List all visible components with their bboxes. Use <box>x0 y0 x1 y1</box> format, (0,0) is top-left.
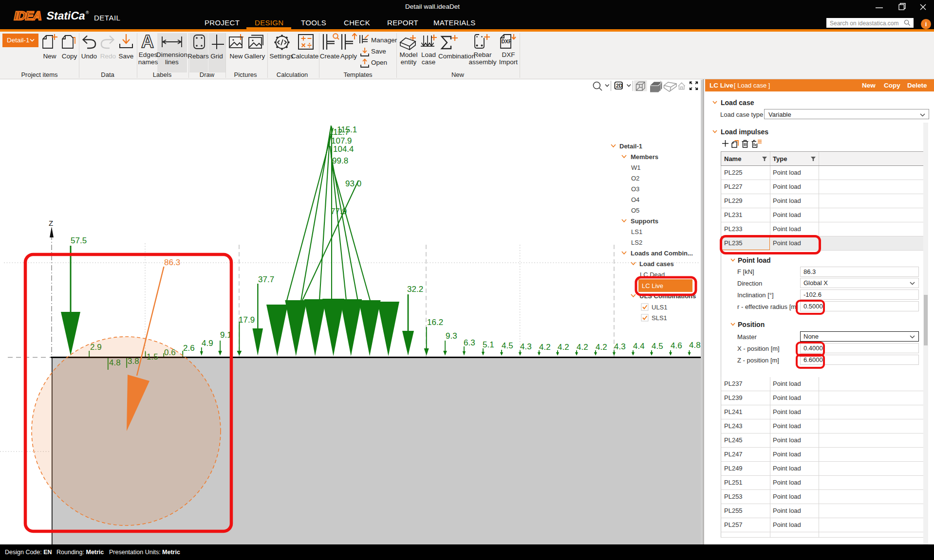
svg-text:86.3: 86.3 <box>164 258 180 267</box>
svg-text:16.2: 16.2 <box>427 318 443 327</box>
svg-text:4.5: 4.5 <box>652 342 663 351</box>
svg-text:ULS1: ULS1 <box>652 304 668 311</box>
svg-text:4.6: 4.6 <box>671 341 682 350</box>
svg-text:Supports: Supports <box>631 217 658 225</box>
svg-text:57.5: 57.5 <box>71 236 87 245</box>
svg-text:2.6: 2.6 <box>183 343 195 353</box>
svg-text:SLS1: SLS1 <box>652 314 667 322</box>
svg-text:4.9: 4.9 <box>202 339 213 348</box>
svg-text:StatiCa: StatiCa <box>46 10 87 22</box>
svg-text:9.3: 9.3 <box>446 331 457 341</box>
svg-text:4.5: 4.5 <box>502 341 513 350</box>
svg-text:4.3: 4.3 <box>614 342 626 351</box>
svg-text:DXF: DXF <box>502 38 512 44</box>
svg-text:®: ® <box>86 10 89 15</box>
svg-text:6.3: 6.3 <box>464 338 475 347</box>
svg-text:O3: O3 <box>631 185 639 193</box>
svg-text:4.2: 4.2 <box>577 343 588 352</box>
svg-text:LS2: LS2 <box>631 239 642 246</box>
svg-text:32.2: 32.2 <box>407 285 423 294</box>
svg-text:4.2: 4.2 <box>558 343 569 352</box>
svg-text:4.4: 4.4 <box>633 342 645 351</box>
svg-text:4.8: 4.8 <box>689 341 701 350</box>
svg-text:Detail-1: Detail-1 <box>619 143 642 150</box>
svg-text:4.2: 4.2 <box>596 343 607 352</box>
svg-text:Load cases: Load cases <box>639 260 674 268</box>
svg-text:93.0: 93.0 <box>345 179 361 188</box>
svg-text:A: A <box>141 34 154 50</box>
svg-text:4.3: 4.3 <box>520 342 532 351</box>
svg-text:5.1: 5.1 <box>483 340 494 349</box>
svg-text:Loads and Combin...: Loads and Combin... <box>631 250 693 257</box>
svg-text:LS1: LS1 <box>631 228 642 235</box>
svg-text:104.4: 104.4 <box>333 145 354 154</box>
svg-text:77.9: 77.9 <box>331 207 347 216</box>
svg-text:O2: O2 <box>631 175 639 182</box>
svg-text:4.2: 4.2 <box>539 343 551 352</box>
svg-text:W1: W1 <box>631 164 641 171</box>
svg-text:37.7: 37.7 <box>258 275 274 284</box>
svg-text:O5: O5 <box>631 207 639 214</box>
svg-text:O4: O4 <box>631 196 639 203</box>
svg-text:99.8: 99.8 <box>332 156 348 165</box>
svg-text:115.1: 115.1 <box>337 125 357 134</box>
svg-text:Members: Members <box>631 153 658 161</box>
svg-text:IDEA: IDEA <box>13 10 43 22</box>
svg-text:17.9: 17.9 <box>239 315 255 325</box>
svg-text:Z: Z <box>49 219 53 227</box>
svg-text:LC Live: LC Live <box>642 282 663 289</box>
svg-text:2D: 2D <box>616 83 623 89</box>
